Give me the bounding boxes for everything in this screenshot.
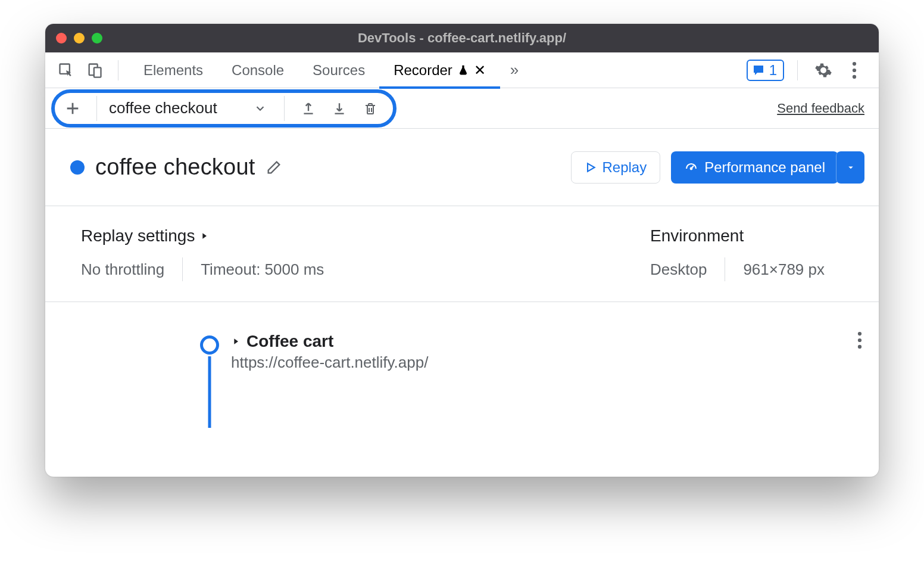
maximize-window-button[interactable] xyxy=(92,33,102,43)
separator xyxy=(284,96,285,121)
more-tabs-icon[interactable]: » xyxy=(504,61,525,79)
title-bar: DevTools - coffee-cart.netlify.app/ xyxy=(45,24,879,52)
toggle-device-toolbar-icon[interactable] xyxy=(82,58,107,83)
kebab-menu-icon[interactable] xyxy=(842,58,867,83)
replay-settings-header: Replay settings xyxy=(81,226,195,246)
svg-point-5 xyxy=(853,74,856,78)
replay-button[interactable]: Replay xyxy=(571,151,661,184)
new-recording-button[interactable] xyxy=(58,94,87,123)
play-icon xyxy=(585,161,597,173)
issues-count: 1 xyxy=(769,62,777,79)
export-recording-button[interactable] xyxy=(294,94,323,123)
window-title: DevTools - coffee-cart.netlify.app/ xyxy=(45,30,879,46)
separator xyxy=(725,257,725,281)
performance-panel-dropdown[interactable] xyxy=(836,151,864,184)
svg-rect-2 xyxy=(94,67,101,77)
recording-status-dot xyxy=(70,160,85,175)
settings-gear-icon[interactable] xyxy=(811,58,836,83)
environment-section: Environment Desktop 961×789 px xyxy=(650,226,864,281)
caret-right-icon xyxy=(199,231,209,241)
delete-recording-button[interactable] xyxy=(356,94,385,123)
edit-title-button[interactable] xyxy=(266,159,282,176)
recording-name-label: coffee checkout xyxy=(109,99,217,117)
inspect-element-icon[interactable] xyxy=(54,58,79,83)
tab-elements[interactable]: Elements xyxy=(129,52,217,88)
tab-label: Elements xyxy=(143,62,203,79)
gauge-icon xyxy=(684,160,698,175)
replay-button-label: Replay xyxy=(603,159,647,176)
recording-title: coffee checkout xyxy=(95,154,255,180)
settings-environment-row: Replay settings No throttling Timeout: 5… xyxy=(45,206,879,302)
separator xyxy=(797,60,798,80)
tab-recorder[interactable]: Recorder ✕ xyxy=(379,52,500,88)
environment-header: Environment xyxy=(650,226,744,246)
step-bullet-icon xyxy=(200,335,219,355)
step-row: Coffee cart https://coffee-cart.netlify.… xyxy=(200,332,864,372)
close-tab-icon[interactable]: ✕ xyxy=(474,62,486,79)
svg-point-4 xyxy=(853,68,856,72)
tab-console[interactable]: Console xyxy=(217,52,298,88)
caret-right-icon xyxy=(231,337,241,346)
panel-tabstrip: Elements Console Sources Recorder ✕ » 1 xyxy=(45,52,879,88)
svg-point-6 xyxy=(691,167,692,169)
svg-point-8 xyxy=(858,338,861,342)
steps-list: Coffee cart https://coffee-cart.netlify.… xyxy=(45,302,879,372)
recording-selector[interactable]: coffee checkout xyxy=(107,99,244,117)
timeout-value: Timeout: 5000 ms xyxy=(201,260,324,279)
tab-sources[interactable]: Sources xyxy=(298,52,379,88)
issues-badge[interactable]: 1 xyxy=(747,60,784,81)
step-url: https://coffee-cart.netlify.app/ xyxy=(231,353,864,372)
message-icon xyxy=(751,63,766,77)
replay-settings-toggle[interactable]: Replay settings xyxy=(81,226,379,246)
flask-icon xyxy=(457,64,469,76)
separator xyxy=(96,96,97,121)
tab-label: Console xyxy=(232,62,284,79)
tab-label: Recorder xyxy=(394,62,452,79)
separator xyxy=(118,60,118,80)
replay-settings-section: Replay settings No throttling Timeout: 5… xyxy=(81,226,379,281)
step-options-button[interactable] xyxy=(857,332,862,349)
tab-label: Sources xyxy=(313,62,365,79)
performance-panel-label: Performance panel xyxy=(704,159,825,176)
device-value: Desktop xyxy=(650,260,707,279)
recording-header: coffee checkout Replay Performance panel xyxy=(45,129,879,206)
svg-point-9 xyxy=(858,345,861,349)
svg-point-3 xyxy=(853,62,856,66)
step-title: Coffee cart xyxy=(246,332,333,351)
send-feedback-link[interactable]: Send feedback xyxy=(777,101,864,116)
step-expand-toggle[interactable]: Coffee cart xyxy=(231,332,864,351)
viewport-value: 961×789 px xyxy=(743,260,825,279)
recording-selector-group: coffee checkout xyxy=(51,89,397,128)
devtools-window: DevTools - coffee-cart.netlify.app/ Elem… xyxy=(45,24,879,477)
chevron-down-icon[interactable] xyxy=(246,94,274,123)
svg-point-7 xyxy=(858,332,861,335)
throttling-value: No throttling xyxy=(81,260,164,279)
recorder-toolbar: coffee checkout Send feedback xyxy=(45,88,879,129)
close-window-button[interactable] xyxy=(56,33,67,43)
import-recording-button[interactable] xyxy=(325,94,354,123)
window-controls xyxy=(56,33,102,43)
minimize-window-button[interactable] xyxy=(74,33,85,43)
separator xyxy=(182,257,183,281)
performance-panel-button[interactable]: Performance panel xyxy=(671,151,838,184)
